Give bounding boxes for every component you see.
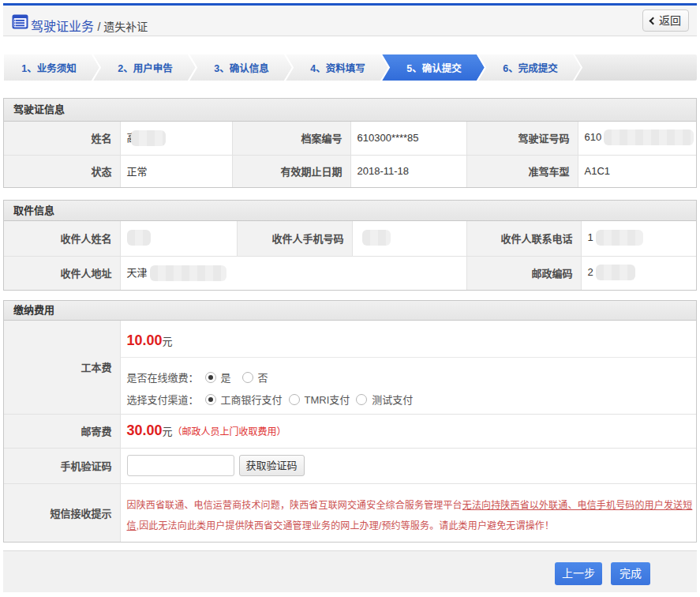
svg-text:6、完成提交: 6、完成提交 — [503, 62, 558, 74]
svg-text:4、资料填写: 4、资料填写 — [310, 62, 365, 74]
svg-text:1、业务须知: 1、业务须知 — [21, 62, 76, 74]
svg-text:3、确认信息: 3、确认信息 — [214, 62, 269, 74]
svg-text:2、用户申告: 2、用户申告 — [118, 62, 173, 74]
svg-text:5、确认提交: 5、确认提交 — [406, 62, 462, 74]
